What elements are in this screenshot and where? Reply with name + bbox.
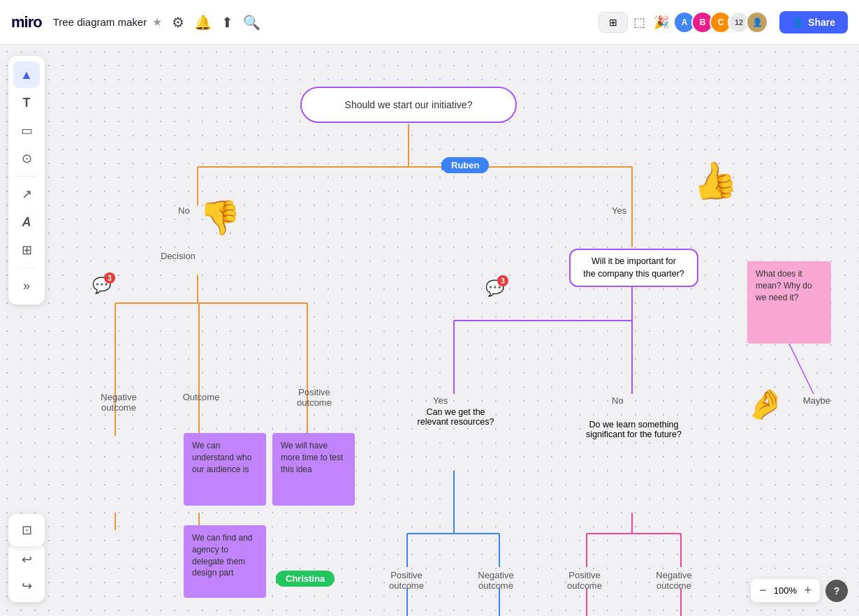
tool-shape[interactable]: ⊙ <box>13 145 40 172</box>
squiggle-icon: 🤌 <box>747 387 784 421</box>
zoom-out-button[interactable]: − <box>759 583 767 598</box>
zoom-in-button[interactable]: + <box>804 583 812 598</box>
undo-redo-panel: ↩ ↪ <box>8 543 45 602</box>
maybe-label: Maybe <box>803 395 830 406</box>
redo-button[interactable]: ↪ <box>13 573 40 599</box>
header-right: ⬚ 🎉 A B C 12 👤 👤 Share <box>633 11 848 34</box>
header: miro Tree diagram maker ★ ⚙ 🔔 ⬆ 🔍 ⊞ ⬚ 🎉 … <box>0 0 859 45</box>
decision-label: Decision <box>161 251 196 261</box>
company-question[interactable]: Will it be important for the company thi… <box>569 249 698 287</box>
title: Tree diagram maker <box>53 16 147 28</box>
zoom-controls: − 100% + <box>751 579 820 602</box>
tool-pen[interactable]: A <box>13 209 40 235</box>
share-button[interactable]: 👤 Share <box>779 11 848 34</box>
toolbar-divider <box>16 176 37 177</box>
pink-sticky[interactable]: What does it mean? Why do we need it? <box>747 261 831 344</box>
help-button[interactable]: ? <box>825 580 848 602</box>
tool-more[interactable]: » <box>13 272 40 299</box>
star-icon[interactable]: ★ <box>152 15 162 29</box>
canvas: Should we start our initiative? No Yes 👎… <box>0 45 859 616</box>
pos-outcome-fut: Positive outcome <box>554 570 615 591</box>
tool-select[interactable]: ▲ <box>13 61 40 88</box>
undo-button[interactable]: ↩ <box>13 546 40 573</box>
cursor-christina: ▶ Christina <box>276 572 284 585</box>
present-icon[interactable]: 🎉 <box>654 15 669 30</box>
sticky-3[interactable]: We can find and agency to delegate them … <box>184 525 266 598</box>
logo: miro <box>11 13 42 31</box>
apps-button[interactable]: ⊞ <box>599 12 628 33</box>
no-label: No <box>178 205 190 216</box>
root-node[interactable]: Should we start our initiative? <box>300 87 517 123</box>
avatar-self: 👤 <box>746 11 768 34</box>
share-icon: 👤 <box>792 17 804 28</box>
chat-bubble-1[interactable]: 💬 3 <box>92 277 111 295</box>
pos-outcome-res: Positive outcome <box>376 570 437 591</box>
notification-icon[interactable]: 🔔 <box>194 14 212 31</box>
zoom-level: 100% <box>772 585 798 596</box>
resources-question: Can we get the relevant resources? <box>398 401 513 432</box>
apps-icon: ⊞ <box>609 17 617 28</box>
search-icon[interactable]: 🔍 <box>243 14 260 31</box>
neg-outcome-res: Negative outcome <box>461 570 531 591</box>
cursor-ruben: ▶ Ruben <box>441 159 450 172</box>
tool-frame[interactable]: ⊞ <box>13 237 40 263</box>
thumbs-down-sticker: 👎 <box>199 198 241 237</box>
panel-expand-button[interactable]: ⊡ <box>13 517 40 543</box>
settings-icon[interactable]: ⚙ <box>172 14 184 31</box>
sticky-1[interactable]: We can understand who our audience is <box>184 433 266 506</box>
neg-outcome-fut: Negative outcome <box>639 570 709 591</box>
avatar-group: A B C 12 👤 <box>677 11 768 34</box>
chat-bubble-2[interactable]: 💬 3 <box>485 279 504 298</box>
pos-outcome-1: Positive outcome <box>286 387 342 408</box>
no-branch-label: No <box>612 395 624 406</box>
toolbar-divider-2 <box>16 267 37 268</box>
neg-outcome-1: Negative outcome <box>91 392 147 413</box>
tool-text[interactable]: T <box>13 89 40 116</box>
outcome-label: Outcome <box>180 392 222 402</box>
svg-line-30 <box>789 344 814 394</box>
panel-expand: ⊡ <box>8 514 45 546</box>
yes-label: Yes <box>612 205 626 216</box>
future-question: Do we learn something significant for th… <box>569 413 698 445</box>
filter-icon[interactable]: ⬚ <box>633 15 645 30</box>
toolbar: ▲ T ▭ ⊙ ↗ A ⊞ » <box>8 56 45 305</box>
sticky-2[interactable]: We will have more time to test this idea <box>272 433 355 506</box>
tool-arrow[interactable]: ↗ <box>13 181 40 207</box>
thumbs-up-sticker: 👍 <box>688 156 740 206</box>
export-icon[interactable]: ⬆ <box>221 14 233 31</box>
tool-note[interactable]: ▭ <box>13 117 40 144</box>
diagram-lines <box>0 45 859 616</box>
